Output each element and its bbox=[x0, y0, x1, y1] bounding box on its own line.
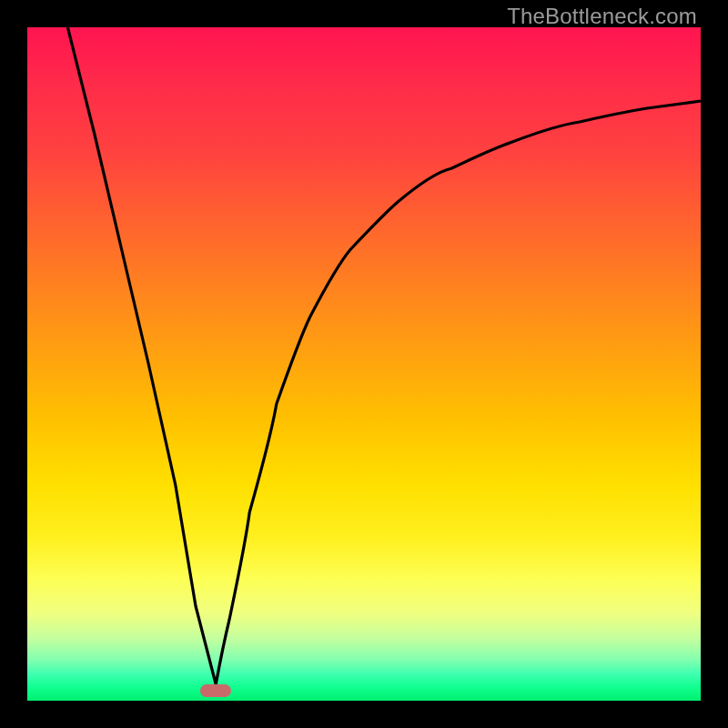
watermark-text: TheBottleneck.com bbox=[507, 4, 697, 29]
curve-svg bbox=[27, 27, 701, 701]
right-branch bbox=[216, 101, 701, 684]
left-branch bbox=[67, 27, 216, 684]
minimum-marker bbox=[200, 684, 231, 697]
plot-area bbox=[27, 27, 701, 701]
outer-frame: TheBottleneck.com bbox=[0, 0, 728, 728]
